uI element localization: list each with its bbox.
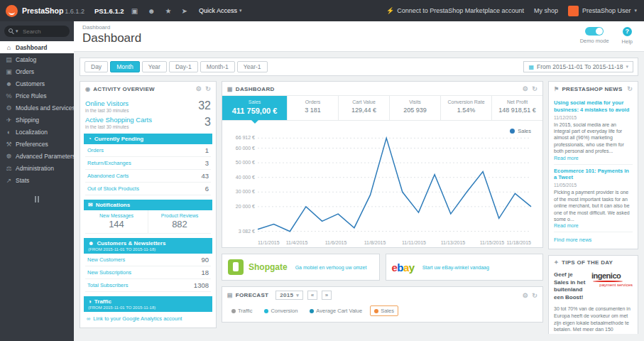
quick-access-menu[interactable]: Quick Access▾	[199, 7, 242, 14]
kpi-visits[interactable]: Visits 205 939	[390, 96, 441, 120]
help-label: Help	[622, 38, 633, 45]
help-icon[interactable]: ?	[623, 27, 632, 36]
ebay-module-box[interactable]: ebay Start uw eBay-winkel vandaag	[386, 254, 544, 281]
topbar: PrestaShop1.6.1.2 PS1.6.1.2 ▣ ☻ ★ ➤ Quic…	[0, 0, 644, 21]
date-range-picker[interactable]: ▦ From 2015-11-01 To 2015-11-18 ▾	[523, 61, 633, 72]
breadcrumb[interactable]: Dashboard	[82, 24, 635, 31]
rocket-icon[interactable]: ➤	[179, 7, 190, 15]
filter-year-button[interactable]: Year	[142, 61, 167, 72]
online-visitors-link[interactable]: Online Visitors	[85, 99, 129, 107]
sidebar-item-administration[interactable]: ⚖ Administration	[0, 162, 74, 174]
notifications-section-header: ✉ Notifications	[84, 200, 212, 210]
sidebar-collapse-icon[interactable]	[31, 196, 43, 202]
average-cart-value-dot-icon	[310, 309, 314, 313]
cart-icon[interactable]: ▣	[129, 7, 141, 15]
abandoned-carts-link[interactable]: Abandoned Carts	[87, 173, 129, 179]
envelope-icon: ✉	[88, 202, 93, 208]
kpi-net-profit[interactable]: Net Profit 148 918,51 €	[492, 96, 542, 120]
forecast-year-select[interactable]: 2015 ▾	[275, 291, 303, 300]
new-messages-cell[interactable]: New Messages 144	[85, 210, 148, 233]
svg-text:3 082 €: 3 082 €	[239, 229, 255, 234]
shopgate-link[interactable]: Ga mobiel en verhoog uw omzet	[295, 265, 367, 270]
svg-text:30 000 €: 30 000 €	[236, 189, 255, 194]
sidebar-item-shipping[interactable]: ✈ Shipping	[0, 114, 74, 126]
forecast-next-button[interactable]: »	[322, 291, 332, 300]
ingenico-swoosh-icon	[593, 281, 623, 282]
dashboard-panel: ▦ DASHBOARD ⚙ ↻ Sales 411 759,00 € Order…	[222, 81, 543, 248]
forecast-icon: ▤	[227, 292, 233, 298]
user-menu[interactable]: PrestaShop User ▾	[568, 6, 637, 16]
filter-year-1-button[interactable]: Year-1	[237, 61, 268, 72]
total-subscribers-link[interactable]: Total Subscribers	[87, 282, 129, 288]
read-more-link[interactable]: Read more	[554, 223, 633, 228]
article-title-link[interactable]: Ecommerce 101: Payments in a Tweet	[554, 168, 633, 182]
sidebar-item-price-rules[interactable]: % Price Rules	[0, 90, 74, 102]
search-scope-caret-icon[interactable]: ▾	[16, 28, 18, 34]
sidebar: ▾ ⌂ Dashboard ▤ Catalog ▣ Orders ☻ Custo…	[0, 21, 74, 341]
refresh-icon[interactable]: ↻	[532, 85, 537, 92]
sidebar-item-dashboard[interactable]: ⌂ Dashboard	[0, 41, 74, 53]
refresh-icon[interactable]: ↻	[205, 85, 211, 92]
my-shop-link[interactable]: My shop	[534, 7, 558, 14]
activity-icon: ◉	[85, 86, 90, 92]
out-of-stock-link[interactable]: Out of Stock Products	[87, 185, 139, 192]
marketplace-connect-link[interactable]: ⚡Connect to PrestaShop Marketplace accou…	[386, 7, 524, 14]
forecast-chip-traffic[interactable]: Traffic	[227, 305, 256, 316]
filter-month-button[interactable]: Month	[110, 61, 140, 72]
conversion-dot-icon	[264, 309, 268, 313]
sidebar-item-localization[interactable]: ◐ Localization	[0, 126, 74, 138]
article-date: 11/05/2015	[554, 183, 633, 188]
sidebar-item-stats[interactable]: ↗ Stats	[0, 174, 74, 186]
demo-mode-label: Demo mode	[580, 38, 609, 44]
person-icon[interactable]: ☻	[145, 7, 158, 15]
tips-body-text: 30 tot 70% van de consumenten in Europa …	[554, 305, 633, 334]
filter-month-1-button[interactable]: Month-1	[200, 61, 235, 72]
gear-icon[interactable]: ⚙	[523, 85, 528, 92]
online-visitors-sub: in the last 30 minutes	[85, 108, 129, 113]
new-subscriptions-row: New Subscriptions 18	[85, 266, 211, 279]
sidebar-item-customers[interactable]: ☻ Customers	[0, 77, 74, 90]
customers-icon: ☻	[5, 80, 13, 87]
forecast-chip-sales[interactable]: Sales	[370, 305, 398, 316]
sidebar-item-catalog[interactable]: ▤ Catalog	[0, 53, 74, 65]
shopgate-module-box[interactable]: Shopgate Ga mobiel en verhoog uw omzet	[222, 254, 380, 281]
pending-returns-link[interactable]: Return/Exchanges	[87, 160, 131, 166]
forecast-chip-average-cart-value[interactable]: Average Cart Value	[305, 305, 366, 316]
kpi-cart-value[interactable]: Cart Value 129,44 €	[339, 96, 390, 120]
sidebar-item-advanced-parameters[interactable]: ☸ Advanced Parameters	[0, 150, 74, 162]
avatar	[568, 6, 579, 16]
kpi-sales[interactable]: Sales 411 759,00 €	[222, 96, 288, 120]
refresh-icon[interactable]: ↻	[627, 85, 633, 92]
new-subscriptions-link[interactable]: New Subscriptions	[87, 269, 131, 276]
forecast-prev-button[interactable]: «	[307, 291, 317, 300]
refresh-icon[interactable]: ↻	[532, 292, 537, 299]
kpi-orders[interactable]: Orders 3 181	[288, 96, 339, 120]
search-input[interactable]	[4, 26, 70, 37]
find-more-news-link[interactable]: Find more news	[554, 232, 633, 246]
shop-name-link[interactable]: PS1.6.1.2	[94, 7, 124, 15]
traffic-dot-icon	[231, 309, 236, 313]
demo-mode-toggle[interactable]	[585, 27, 604, 36]
star-icon[interactable]: ★	[163, 7, 175, 15]
active-carts-link[interactable]: Active Shopping Carts	[85, 116, 152, 124]
search-icon	[9, 28, 13, 33]
forecast-chip-conversion[interactable]: Conversion	[260, 305, 302, 316]
gear-icon[interactable]: ⚙	[523, 292, 528, 299]
filter-day-1-button[interactable]: Day-1	[169, 61, 198, 72]
sidebar-item-modules[interactable]: ⚙ Modules and Services	[0, 102, 74, 114]
read-more-link[interactable]: Read more	[554, 156, 633, 161]
sidebar-item-orders[interactable]: ▣ Orders	[0, 65, 74, 77]
gear-icon[interactable]: ⚙	[196, 85, 202, 92]
product-reviews-cell[interactable]: Product Reviews 882	[148, 210, 211, 233]
new-customers-link[interactable]: New Customers	[87, 256, 125, 263]
filter-day-button[interactable]: Day	[84, 61, 108, 72]
out-of-stock-row: Out of Stock Products 6	[85, 183, 211, 195]
kpi-conversion-rate[interactable]: Conversion Rate 1.54%	[441, 96, 492, 120]
panel-title: FORECAST	[236, 292, 268, 298]
ebay-link[interactable]: Start uw eBay-winkel vandaag	[422, 265, 489, 270]
pending-orders-link[interactable]: Orders	[87, 147, 104, 153]
google-analytics-link[interactable]: ∞ Link to your Google Analytics account	[85, 312, 211, 323]
article-title-link[interactable]: Using social media for your business: 4 …	[554, 99, 633, 114]
administration-icon: ⚖	[5, 165, 13, 172]
sidebar-item-preferences[interactable]: ⚒ Preferences	[0, 138, 74, 150]
